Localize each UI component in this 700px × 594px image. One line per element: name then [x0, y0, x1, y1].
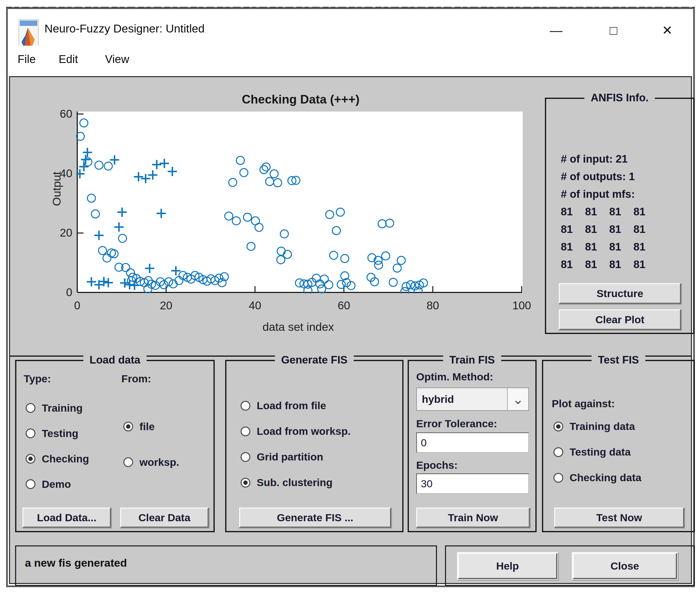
status-box: a new fis generated — [15, 546, 437, 586]
menu-item-file[interactable]: File — [18, 53, 36, 66]
window-title: Neuro-Fuzzy Designer: Untitled — [44, 22, 205, 35]
test-now-button[interactable]: Test Now — [554, 507, 684, 528]
radio-unselected-icon[interactable] — [241, 427, 250, 436]
error-tolerance-label: Error Tolerance: — [416, 418, 497, 430]
plot-against-option-training-data[interactable]: Training data — [553, 414, 641, 439]
radio-unselected-icon[interactable] — [123, 457, 133, 467]
radio-selected-icon[interactable] — [241, 478, 250, 488]
radio-selected-icon[interactable] — [123, 422, 133, 431]
menu-item-view[interactable]: View — [105, 53, 129, 66]
anfis-num-input-mfs-label: # of input mfs: — [561, 185, 645, 203]
menu-item-edit[interactable]: Edit — [59, 53, 78, 66]
test-fis-title: Test FIS — [592, 354, 645, 366]
y-tick-40: 40 — [45, 167, 72, 180]
x-tick-0: 0 — [74, 299, 81, 312]
scatter-plot — [76, 111, 523, 293]
status-message: a new fis generated — [25, 557, 127, 569]
title-bar[interactable]: Neuro-Fuzzy Designer: Untitled — □ ✕ — [8, 9, 693, 46]
x-axis-label: data set index — [213, 320, 384, 333]
chevron-down-icon[interactable]: ⌄ — [507, 388, 528, 410]
anfis-mf-rows: 81 81 81 8181 81 81 8181 81 81 8181 81 8… — [561, 203, 645, 273]
from-label: From: — [121, 373, 151, 385]
optim-method-select[interactable]: hybrid ⌄ — [416, 388, 529, 411]
train-fis-title: Train FIS — [443, 354, 501, 366]
y-axis-label: Output — [50, 152, 63, 226]
radio-unselected-icon[interactable] — [26, 428, 35, 438]
anfis-num-inputs: # of input: 21 — [561, 150, 645, 168]
load-from-option-file[interactable]: file — [123, 409, 179, 444]
radio-unselected-icon[interactable] — [553, 473, 563, 483]
plot-axes — [76, 111, 523, 293]
screen: Neuro-Fuzzy Designer: Untitled — □ ✕ Fil… — [0, 0, 700, 594]
load-data-button[interactable]: Load Data... — [23, 507, 111, 528]
epochs-input[interactable]: 30 — [416, 473, 529, 494]
clear-data-button[interactable]: Clear Data — [120, 507, 209, 528]
radio-label: Training data — [570, 421, 635, 432]
load-data-title: Load data — [83, 354, 147, 366]
x-tick-60: 60 — [338, 299, 350, 312]
x-tick-80: 80 — [426, 299, 439, 312]
generate-fis-option-load-from-file[interactable]: Load from file — [241, 393, 351, 419]
load-type-option-testing[interactable]: Testing — [26, 421, 89, 446]
generate-fis-option-load-from-worksp[interactable]: Load from worksp. — [241, 419, 351, 444]
optim-method-label: Optim. Method: — [416, 371, 493, 383]
train-now-button[interactable]: Train Now — [416, 507, 530, 528]
anfis-mf-row: 81 81 81 81 — [561, 256, 645, 273]
train-fis-panel: Train FIS Optim. Method: hybrid ⌄ Error … — [408, 360, 537, 532]
generate-fis-panel: Generate FIS Load from fileLoad from wor… — [225, 360, 404, 532]
x-tick-20: 20 — [160, 299, 172, 312]
structure-button[interactable]: Structure — [559, 283, 681, 304]
radio-label: Testing — [42, 428, 78, 439]
generate-fis-option-grid-partition[interactable]: Grid partition — [241, 444, 351, 470]
radio-label: Checking data — [570, 472, 641, 484]
close-icon[interactable]: ✕ — [653, 20, 682, 41]
close-button[interactable]: Close — [573, 553, 677, 579]
radio-label: worksp. — [139, 456, 179, 468]
radio-selected-icon[interactable] — [553, 422, 563, 431]
client-area: Checking Data (+++) Output data set inde… — [9, 76, 692, 584]
load-type-option-checking[interactable]: Checking — [26, 446, 89, 471]
radio-unselected-icon[interactable] — [553, 447, 563, 457]
optim-method-value: hybrid — [417, 393, 507, 405]
test-fis-panel: Test FIS Plot against: Training dataTest… — [542, 360, 695, 532]
type-label: Type: — [24, 373, 51, 385]
y-tick-0: 0 — [45, 286, 72, 299]
generate-fis-button[interactable]: Generate FIS ... — [239, 507, 391, 528]
x-tick-40: 40 — [249, 299, 261, 312]
generate-fis-option-sub-clustering[interactable]: Sub. clustering — [241, 470, 351, 495]
radio-label: Checking — [42, 453, 89, 465]
anfis-mf-row: 81 81 81 81 — [561, 221, 645, 238]
plot-against-option-checking-data[interactable]: Checking data — [553, 465, 641, 491]
radio-unselected-icon[interactable] — [26, 479, 35, 489]
radio-label: Demo — [42, 478, 71, 490]
app-window: Neuro-Fuzzy Designer: Untitled — □ ✕ Fil… — [6, 7, 695, 587]
radio-label: Training — [42, 402, 83, 414]
load-from-option-worksp[interactable]: worksp. — [123, 444, 179, 480]
x-tick-100: 100 — [512, 299, 531, 312]
error-tolerance-input[interactable]: 0 — [416, 432, 529, 453]
plot-against-label: Plot against: — [552, 398, 615, 410]
anfis-info-panel: ANFIS Info. # of input: 21 # of outputs:… — [545, 98, 694, 334]
anfis-mf-row: 81 81 81 81 — [561, 203, 645, 221]
help-button[interactable]: Help — [458, 553, 558, 579]
plot-against-option-testing-data[interactable]: Testing data — [553, 439, 641, 465]
y-tick-60: 60 — [45, 107, 72, 120]
menu-bar: File Edit View — [8, 46, 693, 76]
epochs-label: Epochs: — [416, 459, 458, 471]
radio-unselected-icon[interactable] — [241, 452, 250, 462]
clear-plot-button[interactable]: Clear Plot — [559, 309, 681, 330]
load-type-option-demo[interactable]: Demo — [26, 471, 89, 497]
load-type-option-training[interactable]: Training — [26, 395, 89, 421]
load-data-panel: Load data Type: From: TrainingTestingChe… — [15, 360, 215, 532]
radio-unselected-icon[interactable] — [26, 403, 35, 413]
radio-label: Testing data — [570, 446, 631, 458]
y-tick-20: 20 — [45, 226, 72, 239]
radio-selected-icon[interactable] — [26, 454, 35, 464]
radio-label: Grid partition — [257, 451, 323, 463]
minimize-icon[interactable]: — — [541, 20, 571, 41]
maximize-icon[interactable]: □ — [599, 20, 628, 41]
anfis-mf-row: 81 81 81 81 — [561, 238, 645, 256]
radio-unselected-icon[interactable] — [241, 401, 250, 411]
radio-label: Load from worksp. — [257, 425, 351, 437]
plot-title: Checking Data (+++) — [161, 92, 440, 106]
